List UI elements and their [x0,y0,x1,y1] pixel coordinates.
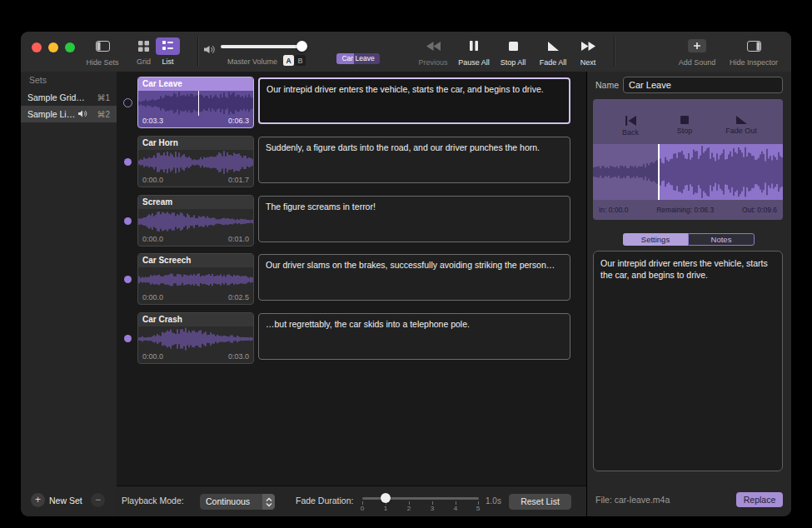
file-name-label: File: car-leave.m4a [595,495,670,505]
output-b-button[interactable]: B [295,55,306,66]
cue-row-car-horn: Car Horn 0:00.0 0:01.7 Suddenly, a figur… [117,136,587,189]
minimize-button[interactable] [48,42,58,52]
pause-all-button[interactable]: Pause All [455,36,493,68]
playback-mode-label: Playback Mode: [122,496,184,506]
speaker-icon [204,42,216,57]
dropdown-arrows-icon [262,494,275,510]
sidebar-item-sample-grid[interactable]: Sample Grid… ⌘1 [21,89,117,106]
cue-duration: 0:03.0 [228,350,249,363]
cue-note-field[interactable]: Suddenly, a figure darts into the road, … [258,137,570,183]
cue-card[interactable]: Scream 0:00.0 0:01.0 [137,195,254,247]
toolbar-separator [197,37,198,67]
notes-text-area[interactable]: Our intrepid driver enters the vehicle, … [593,251,783,471]
plus-icon [688,38,706,53]
cue-row-car-crash: Car Crash 0:00.0 0:03.0 …but regrettably… [117,312,587,366]
slider-track[interactable] [362,497,479,500]
cue-duration: 0:02.5 [228,291,249,304]
playhead[interactable] [658,144,660,200]
hide-sets-button[interactable]: Hide Sets [83,36,122,68]
tab-settings[interactable]: Settings [623,233,688,246]
now-playing-chip[interactable]: Car Leave [336,53,380,64]
add-sound-label: Add Sound [679,58,716,67]
cue-note-field[interactable]: …but regrettably, the car skids into a t… [258,313,570,360]
cue-times: 0:00.0 0:02.5 [138,291,253,304]
new-set-add-button[interactable]: + [31,493,45,507]
cue-status-indicator [124,158,132,166]
tick-label: 0 [357,505,367,512]
cue-playhead [198,91,200,116]
cue-waveform [138,150,253,175]
cue-note-field[interactable]: Our driver slams on the brakes, successf… [258,254,570,301]
slider-knob[interactable] [381,493,391,503]
cue-waveform [138,91,253,116]
speaker-icon [78,109,87,119]
cue-row-scream: Scream 0:00.0 0:01.0 The figure screams … [117,195,587,248]
master-volume-knob[interactable] [296,41,307,52]
previous-icon [426,38,441,53]
out-time: Out: 0:09.6 [742,206,777,214]
cue-card[interactable]: Car Leave 0:03.3 0:06.3 [137,77,254,128]
next-button[interactable]: Next [569,36,607,68]
hide-inspector-button[interactable]: Hide Inspector [727,36,780,68]
cue-row-car-screech: Car Screech 0:00.0 0:02.5 Our driver sla… [117,253,587,306]
name-input[interactable] [623,77,783,93]
previous-button[interactable]: Previous [414,36,452,68]
playback-mode-dropdown[interactable]: Continuous [200,494,275,510]
tab-notes[interactable]: Notes [688,233,755,246]
cue-name: Scream [138,196,253,209]
cue-card[interactable]: Car Crash 0:00.0 0:03.0 [137,312,254,364]
cue-name: Car Horn [138,137,253,150]
set-shortcut: ⌘1 [97,93,110,102]
inspector-waveform[interactable] [593,144,783,200]
sidebar-item-sample-list[interactable]: Sample Li… ⌘2 [21,106,117,122]
output-a-button[interactable]: A [283,55,294,66]
view-mode-segmented-control [132,37,180,55]
grid-view-button[interactable] [132,37,156,55]
tick-label: 1 [381,505,391,512]
cue-current-time: 0:00.0 [142,291,163,304]
zoom-button[interactable] [65,42,75,52]
grid-icon [138,41,149,52]
remove-set-button[interactable]: − [91,493,105,507]
stop-all-label: Stop All [501,58,526,67]
cue-note-field[interactable]: The figure screams in terror! [258,196,570,242]
cue-list-pane: Car Leave 0:03.3 0:06.3 Our intrepid dri… [117,72,587,516]
tick-label: 5 [473,505,483,512]
tick-label: 3 [427,505,437,512]
fade-duration-label: Fade Duration: [296,496,353,506]
pause-icon [470,38,478,53]
cue-note-field[interactable]: Our intrepid driver enters the vehicle, … [258,77,570,124]
previous-label: Previous [418,58,447,67]
fade-all-button[interactable]: Fade All [534,36,572,68]
cue-current-time: 0:00.0 [142,350,163,363]
fade-duration-slider[interactable]: 0 1 2 3 4 5 [362,486,479,516]
fade-out-button[interactable]: Fade Out [716,116,766,135]
cue-duration: 0:06.3 [228,114,249,127]
cue-card[interactable]: Car Horn 0:00.0 0:01.7 [137,136,254,187]
cue-row-car-leave: Car Leave 0:03.3 0:06.3 Our intrepid dri… [117,77,587,130]
next-label: Next [580,58,596,67]
add-sound-button[interactable]: Add Sound [675,36,720,68]
cue-times: 0:00.0 0:03.0 [138,350,253,363]
fade-duration-value: 1.0s [486,496,501,506]
fade-out-label: Fade Out [725,127,757,135]
replace-button[interactable]: Replace [736,492,783,507]
cue-times: 0:03.3 0:06.3 [138,114,253,127]
list-view-button[interactable] [156,37,180,55]
stop-button[interactable]: Stop [660,116,710,135]
cue-status-indicator [124,276,132,283]
master-volume-slider[interactable] [221,45,304,48]
set-name: Sample Grid… [27,92,85,102]
set-shortcut: ⌘2 [97,110,110,119]
back-button[interactable]: Back [605,116,655,137]
in-time: In: 0:00.0 [599,206,628,214]
cue-card[interactable]: Car Screech 0:00.0 0:02.5 [137,253,254,305]
new-set-label: New Set [49,496,82,506]
stop-all-button[interactable]: Stop All [494,36,532,68]
cue-name: Car Leave [138,77,253,91]
reset-list-button[interactable]: Reset List [509,494,571,510]
hide-inspector-label: Hide Inspector [730,58,778,67]
inspector-time-readouts: In: 0:00.0 Remaining: 0:06.3 Out: 0:09.6 [593,200,783,220]
set-name: Sample Li… [27,109,75,119]
close-button[interactable] [32,42,42,52]
